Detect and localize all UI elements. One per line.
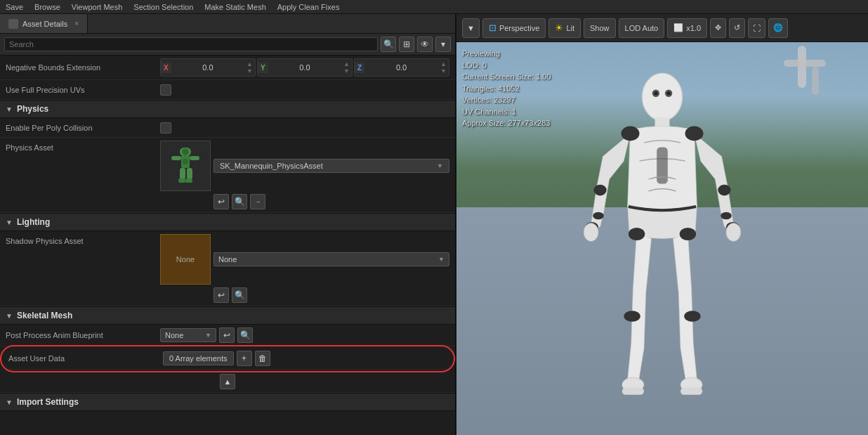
show-button[interactable]: Show (584, 18, 616, 38)
menu-save[interactable]: Save (6, 3, 23, 11)
svg-point-19 (721, 212, 732, 219)
menu-browse[interactable]: Browse (34, 3, 60, 11)
post-process-val: None (165, 331, 183, 339)
globe-button[interactable]: 🌐 (768, 18, 788, 38)
physics-asset-back-button[interactable]: ↩ (213, 194, 229, 209)
post-process-arrow-icon: ▼ (205, 332, 211, 339)
svg-point-24 (684, 311, 700, 322)
menu-section-selection[interactable]: Section Selection (133, 3, 193, 11)
per-poly-collision-checkbox[interactable] (160, 122, 171, 134)
skeletal-triangle-icon: ▼ (6, 312, 13, 320)
menu-apply-clean[interactable]: Apply Clean Fixes (277, 3, 340, 11)
svg-point-29 (594, 185, 607, 196)
right-panel: ▼ ⊡ Perspective ☀ Lit Show LOD Auto ⬜ x1… (456, 14, 868, 435)
bounds-x-input[interactable]: X 0.0 ▲▼ (160, 58, 256, 77)
precision-uvs-checkbox[interactable] (160, 84, 171, 96)
scale-button[interactable]: ⬜ x1.0 (667, 18, 707, 38)
lit-button[interactable]: ☀ Lit (548, 18, 581, 38)
physics-asset-search-button[interactable]: 🔍 (232, 194, 247, 209)
x-label: X (161, 63, 171, 73)
lod-button[interactable]: LOD Auto (619, 18, 665, 38)
scale-label: x1.0 (686, 24, 701, 32)
menu-viewport-mesh[interactable]: Viewport Mesh (72, 3, 123, 11)
physics-asset-label: Physics Asset (6, 141, 160, 152)
shadow-asset-search-button[interactable]: 🔍 (232, 287, 247, 303)
shadow-asset-value: None None ▼ ↩ 🔍 (160, 234, 449, 303)
svg-rect-5 (187, 168, 192, 179)
physics-asset-dropdown[interactable]: SK_Mannequin_PhysicsAsset ▼ (213, 159, 449, 173)
post-process-search-button[interactable]: 🔍 (237, 327, 253, 343)
viewport-dropdown-button[interactable]: ▼ (462, 18, 480, 38)
asset-user-data-label: Asset User Data (8, 354, 163, 363)
post-process-dropdown[interactable]: None ▼ (160, 328, 216, 342)
svg-point-13 (642, 73, 682, 121)
asset-details-tab[interactable]: Asset Details × (0, 14, 88, 33)
import-section-header[interactable]: ▼ Import Settings (0, 393, 455, 411)
svg-point-32 (680, 228, 696, 240)
lighting-section-title: Lighting (17, 217, 50, 227)
svg-point-8 (182, 148, 189, 155)
post-process-row: Post Process Anim Blueprint None ▼ ↩ 🔍 (0, 325, 455, 346)
bounds-y-input[interactable]: Y 0.0 ▲▼ (257, 58, 353, 77)
physics-asset-thumbnail (160, 141, 211, 191)
physics-triangle-icon: ▼ (6, 105, 13, 113)
perspective-icon: ⊡ (489, 22, 497, 33)
svg-point-28 (685, 126, 704, 141)
rotate-mode-button[interactable]: ↺ (729, 18, 745, 38)
precision-uvs-row: Use Full Precision UVs (0, 80, 455, 100)
per-poly-collision-row: Enable Per Poly Collision (0, 118, 455, 138)
maximize-button[interactable]: ⛶ (748, 18, 765, 38)
mannequin-figure (564, 70, 761, 435)
svg-rect-26 (680, 387, 702, 394)
add-array-element-button[interactable]: + (237, 351, 252, 366)
svg-rect-37 (657, 148, 668, 184)
svg-rect-12 (812, 67, 819, 95)
post-process-value: None ▼ ↩ 🔍 (160, 327, 449, 343)
physics-asset-row: Physics Asset (0, 138, 455, 213)
lighting-triangle-icon: ▼ (6, 219, 13, 226)
scale-icon: ⬜ (673, 23, 683, 32)
grid-button[interactable]: ⊞ (399, 37, 414, 52)
move-mode-button[interactable]: ✥ (710, 18, 726, 38)
dropdown-button[interactable]: ▾ (435, 37, 451, 52)
show-label: Show (590, 24, 610, 32)
upload-button[interactable]: ▲ (220, 374, 235, 389)
physics-section-title: Physics (17, 104, 48, 114)
search-button[interactable]: 🔍 (381, 37, 396, 52)
svg-point-9 (183, 159, 188, 164)
delete-array-element-button[interactable]: 🗑 (255, 351, 270, 366)
lighting-section-header[interactable]: ▼ Lighting (0, 213, 455, 231)
upload-row: ▲ (0, 371, 455, 393)
svg-point-16 (593, 212, 604, 219)
perspective-button[interactable]: ⊡ Perspective (482, 18, 546, 38)
shadow-asset-dropdown[interactable]: None ▼ (213, 252, 449, 266)
y-value: 0.0 (268, 62, 341, 73)
skeletal-section-title: Skeletal Mesh (17, 311, 72, 320)
asset-user-data-count: 0 Array elements (163, 351, 234, 365)
shadow-asset-thumbnail: None (160, 234, 211, 285)
import-section-title: Import Settings (17, 397, 79, 407)
shadow-asset-name: None (218, 255, 237, 264)
search-input[interactable] (4, 37, 378, 51)
physics-asset-go-button[interactable]: → (250, 194, 265, 209)
physics-asset-name: SK_Mannequin_PhysicsAsset (220, 162, 323, 170)
z-value: 0.0 (364, 62, 438, 73)
precision-uvs-label: Use Full Precision UVs (6, 86, 160, 94)
tab-close-button[interactable]: × (74, 20, 79, 27)
menu-make-static[interactable]: Make Static Mesh (204, 3, 265, 11)
left-panel: Asset Details × 🔍 ⊞ 👁 ▾ Negative Bounds … (0, 14, 456, 435)
precision-uvs-value (160, 84, 449, 96)
skeletal-section-header[interactable]: ▼ Skeletal Mesh (0, 306, 455, 325)
svg-rect-23 (622, 387, 644, 394)
svg-rect-11 (784, 60, 826, 67)
physics-section-header[interactable]: ▼ Physics (0, 100, 455, 118)
shadow-asset-back-button[interactable]: ↩ (213, 287, 229, 303)
svg-rect-7 (185, 178, 192, 183)
viewport-content[interactable]: Previewing LOD: 0 Current Screen Size: 1… (456, 42, 868, 435)
eye-button[interactable]: 👁 (417, 37, 433, 52)
bounds-z-input[interactable]: Z 0.0 ▲▼ (354, 58, 449, 77)
post-process-back-button[interactable]: ↩ (219, 327, 235, 343)
y-label: Y (258, 63, 268, 73)
y-arrow: ▲▼ (341, 59, 352, 76)
x-value: 0.0 (171, 62, 244, 73)
